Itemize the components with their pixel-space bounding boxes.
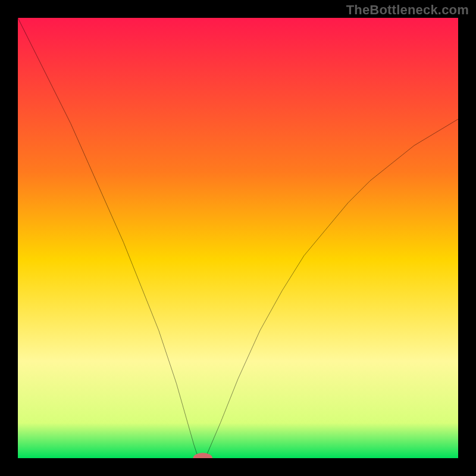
gradient-background: [18, 18, 458, 458]
bottleneck-chart: [18, 18, 458, 458]
watermark-text: TheBottleneck.com: [346, 2, 469, 18]
chart-frame: TheBottleneck.com: [0, 0, 476, 476]
